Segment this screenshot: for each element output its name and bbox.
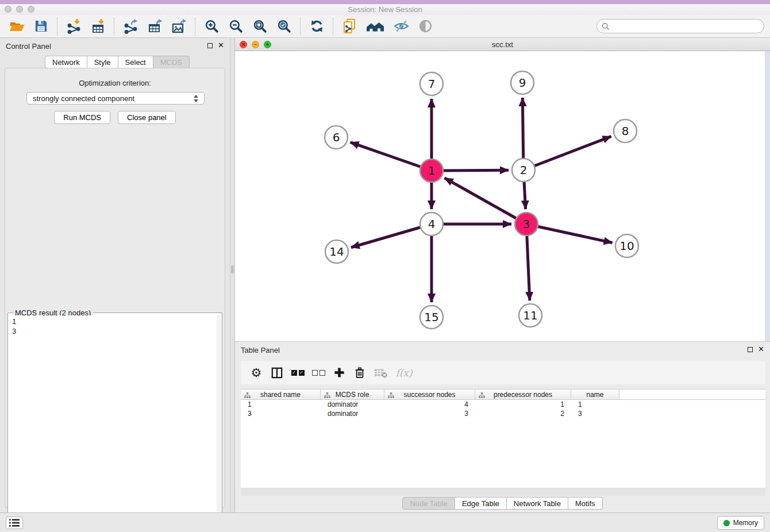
cell[interactable]: 3 <box>384 409 475 418</box>
criterion-dropdown[interactable]: strongly connected component <box>26 92 205 105</box>
node-3[interactable]: 3 <box>515 213 538 236</box>
criterion-value: strongly connected component <box>33 94 134 103</box>
table-row-0[interactable]: 1dominator411 <box>241 400 765 409</box>
node-10[interactable]: 10 <box>615 234 638 257</box>
close-panel-icon[interactable]: ✕ <box>758 346 764 352</box>
cell[interactable]: 1 <box>241 400 321 409</box>
node-label-6: 6 <box>333 130 340 144</box>
hide-details-button[interactable] <box>391 17 411 36</box>
table-row-1[interactable]: 3dominator323 <box>241 409 765 418</box>
column-header-MCDS-role[interactable]: MCDS role <box>321 390 384 399</box>
deselect-all-checks-button[interactable] <box>309 363 328 383</box>
tab-network[interactable]: Network <box>45 56 87 68</box>
splitter-grip[interactable] <box>231 265 234 273</box>
cell[interactable]: 1 <box>571 400 619 409</box>
node-1[interactable]: 1 <box>420 159 443 182</box>
network-vertical-scrollbar[interactable] <box>765 51 770 341</box>
node-2[interactable]: 2 <box>512 159 535 182</box>
network-canvas[interactable]: 7968124314101511 <box>235 51 765 341</box>
node-14[interactable]: 14 <box>325 240 348 263</box>
tree-icon <box>324 392 330 400</box>
export-image-button[interactable] <box>168 17 189 36</box>
network-graph[interactable]: 7968124314101511 <box>235 51 765 341</box>
add-row-button[interactable] <box>329 363 349 383</box>
tab-mcds[interactable]: MCDS <box>153 56 190 68</box>
import-table-icon <box>90 18 106 34</box>
memory-status-icon <box>723 520 730 526</box>
new-network-from-file-button[interactable] <box>339 17 360 36</box>
select-all-checks-button[interactable]: ✓✓ <box>288 363 307 383</box>
node-label-7: 7 <box>428 77 436 91</box>
column-header-predecessor-nodes[interactable]: predecessor nodes <box>475 390 571 399</box>
tab-style[interactable]: Style <box>87 56 118 68</box>
node-9[interactable]: 9 <box>511 71 534 94</box>
cell[interactable]: dominator <box>321 400 384 409</box>
cell[interactable]: 3 <box>241 409 321 418</box>
close-panel-button[interactable]: Close panel <box>118 111 176 124</box>
import-network-button[interactable] <box>63 17 84 36</box>
application-window: Session: New Session <box>0 0 770 532</box>
result-scrollbar[interactable] <box>217 314 221 529</box>
apply-layout-button[interactable] <box>306 17 327 36</box>
table-body: 1dominator4113dominator323 <box>241 400 765 418</box>
edge-3-10[interactable] <box>526 224 613 242</box>
import-table-button[interactable] <box>87 17 108 36</box>
node-7[interactable]: 7 <box>420 72 443 95</box>
zoom-selected-button[interactable] <box>274 17 294 36</box>
export-table-button[interactable] <box>144 17 165 36</box>
mcds-result-text[interactable]: 1 3 <box>9 315 216 529</box>
unchecked-boxes-icon <box>312 370 325 376</box>
edge-1-6[interactable] <box>351 142 432 171</box>
search-input[interactable] <box>613 22 759 30</box>
save-session-button[interactable] <box>30 17 51 36</box>
table-tab-network-table[interactable]: Network Table <box>507 497 568 510</box>
float-panel-icon[interactable] <box>207 43 213 48</box>
node-4[interactable]: 4 <box>420 213 443 236</box>
network-window-titlebar[interactable]: ✕ − + scc.txt <box>235 38 770 51</box>
node-8[interactable]: 8 <box>614 119 637 142</box>
run-mcds-button[interactable]: Run MCDS <box>54 111 110 124</box>
node-11[interactable]: 11 <box>519 304 542 327</box>
open-session-button[interactable] <box>6 17 27 36</box>
node-6[interactable]: 6 <box>325 126 348 149</box>
show-graphics-details-button[interactable] <box>415 17 436 36</box>
memory-button[interactable]: Memory <box>717 516 764 530</box>
close-panel-icon[interactable]: ✕ <box>218 43 224 48</box>
edge-3-1[interactable] <box>445 178 526 224</box>
show-columns-button[interactable] <box>267 363 287 383</box>
function-builder-button[interactable]: f(x) <box>391 363 417 383</box>
cell[interactable]: 2 <box>475 409 571 418</box>
node-15[interactable]: 15 <box>420 306 443 329</box>
table-scroll-strip[interactable] <box>241 488 765 496</box>
cell[interactable]: dominator <box>321 409 384 418</box>
task-history-button[interactable] <box>6 516 23 529</box>
home-pages-button[interactable] <box>363 17 387 36</box>
edge-4-14[interactable] <box>351 224 432 248</box>
zoom-out-button[interactable] <box>225 17 246 36</box>
column-header-shared-name[interactable]: shared name <box>241 390 321 399</box>
column-header-successor-nodes[interactable]: successor nodes <box>384 390 475 399</box>
edge-2-8[interactable] <box>523 136 611 170</box>
column-settings-button[interactable]: ⚙ <box>247 363 266 383</box>
table-tab-motifs[interactable]: Motifs <box>568 497 603 510</box>
export-network-button[interactable] <box>120 17 141 36</box>
column-header-name[interactable]: name <box>571 390 619 399</box>
table-tab-edge-table[interactable]: Edge Table <box>455 497 507 510</box>
toolbar-separator <box>57 18 57 35</box>
trash-icon <box>355 367 365 379</box>
tree-icon <box>479 392 485 400</box>
table-tab-node-table[interactable]: Node Table <box>402 497 455 510</box>
float-panel-icon[interactable] <box>748 347 753 352</box>
toolbar-separator <box>333 18 333 35</box>
tab-select[interactable]: Select <box>118 56 153 68</box>
cell[interactable]: 1 <box>475 400 571 409</box>
vertical-splitter[interactable] <box>230 38 234 512</box>
delete-row-button[interactable] <box>350 363 369 383</box>
cell[interactable]: 3 <box>571 409 619 418</box>
node-label-4: 4 <box>428 217 436 231</box>
search-field[interactable] <box>596 19 764 33</box>
cell[interactable]: 4 <box>384 400 475 409</box>
delete-table-button[interactable] <box>371 363 390 383</box>
zoom-fit-button[interactable] <box>249 17 270 36</box>
zoom-in-button[interactable] <box>201 17 222 36</box>
